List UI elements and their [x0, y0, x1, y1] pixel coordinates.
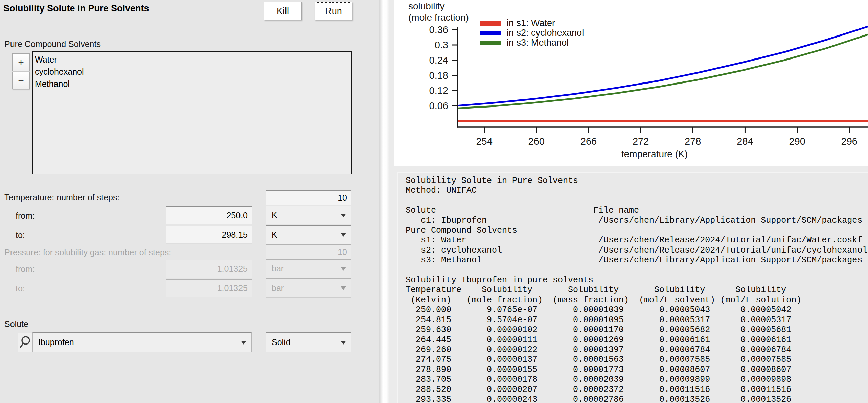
list-item[interactable]: Water [35, 53, 351, 66]
settings-panel: Solubility Solute in Pure Solvents Kill … [0, 0, 379, 403]
phase-value: Solid [272, 337, 291, 347]
temperature-to-label: to: [16, 226, 25, 244]
chevron-down-icon [341, 341, 346, 345]
pressure-from-unit-select: bar [266, 259, 351, 278]
output-text: Solubility Solute in Pure Solvents Metho… [397, 172, 868, 403]
temperature-to-input[interactable]: 298.15 [166, 226, 252, 244]
combo-separator [336, 281, 336, 295]
svg-text:266: 266 [580, 136, 597, 147]
combo-separator [336, 228, 336, 242]
temperature-steps-label: Temperature: number of steps: [4, 188, 119, 207]
svg-text:in s1: Water: in s1: Water [507, 18, 555, 28]
line-chart: 0.060.120.180.240.30.3625426026627227828… [394, 0, 868, 166]
svg-text:290: 290 [789, 136, 805, 147]
pressure-steps-input: 10 [266, 244, 351, 259]
page-title: Solubility Solute in Pure Solvents [3, 3, 149, 14]
pressure-to-unit-select: bar [266, 278, 351, 298]
solute-search-button[interactable] [18, 333, 32, 352]
list-item[interactable]: Methanol [35, 78, 351, 90]
combo-separator [236, 335, 236, 350]
pressure-from-input: 1.01325 [166, 260, 252, 278]
solute-value: Ibuprofen [38, 337, 74, 347]
svg-text:278: 278 [685, 136, 701, 147]
svg-text:0.24: 0.24 [429, 55, 448, 66]
unit-value: bar [272, 264, 284, 274]
svg-text:(mole fraction): (mole fraction) [408, 12, 469, 23]
remove-solvent-button[interactable]: − [12, 72, 30, 89]
search-icon [19, 335, 31, 350]
solute-phase-select[interactable]: Solid [266, 332, 351, 352]
unit-value: K [272, 230, 277, 240]
unit-value: K [272, 210, 277, 220]
svg-text:in s3: Methanol: in s3: Methanol [507, 38, 569, 48]
svg-text:in s2: cyclohexanol: in s2: cyclohexanol [507, 28, 584, 38]
svg-text:0.3: 0.3 [435, 40, 448, 50]
temperature-to-unit-select[interactable]: K [266, 225, 351, 244]
svg-text:0.06: 0.06 [429, 100, 448, 111]
combo-separator [336, 335, 336, 350]
solubility-chart: 0.060.120.180.240.30.3625426026627227828… [394, 0, 868, 166]
svg-text:260: 260 [528, 136, 545, 147]
pressure-to-label: to: [16, 279, 25, 298]
svg-text:284: 284 [737, 136, 753, 147]
solute-section-label: Solute [4, 319, 28, 329]
solvents-section-label: Pure Compound Solvents [4, 39, 101, 49]
output-console[interactable]: Solubility Solute in Pure Solvents Metho… [397, 172, 868, 403]
temperature-from-input[interactable]: 250.0 [166, 206, 252, 224]
list-item[interactable]: cyclohexanol [35, 66, 351, 78]
svg-text:296: 296 [841, 136, 858, 147]
app-window: Solubility Solute in Pure Solvents Kill … [0, 0, 868, 403]
pressure-from-label: from: [16, 260, 35, 279]
run-button[interactable]: Run [315, 2, 352, 20]
temperature-from-label: from: [16, 206, 35, 225]
add-solvent-button[interactable]: + [12, 53, 30, 71]
vertical-scrollbar[interactable] [379, 0, 389, 403]
pressure-steps-label: Pressure: for solubility gas: number of … [4, 243, 171, 262]
svg-text:solubility: solubility [408, 1, 444, 11]
pressure-to-input: 1.01325 [166, 279, 252, 297]
unit-value: bar [272, 283, 284, 293]
chevron-down-icon [341, 233, 346, 237]
svg-text:272: 272 [633, 136, 649, 147]
solvent-list[interactable]: Water cyclohexanol Methanol [32, 51, 352, 174]
solute-select[interactable]: Ibuprofen [32, 332, 252, 352]
chevron-down-icon [341, 214, 346, 217]
chevron-down-icon [241, 341, 246, 345]
svg-text:254: 254 [476, 136, 492, 147]
temperature-steps-input[interactable]: 10 [266, 190, 351, 205]
svg-text:temperature (K): temperature (K) [621, 149, 688, 159]
combo-separator [336, 208, 336, 222]
combo-separator [336, 262, 336, 276]
temperature-from-unit-select[interactable]: K [266, 206, 351, 224]
chevron-down-icon [341, 267, 346, 271]
svg-text:0.18: 0.18 [429, 70, 448, 81]
svg-text:0.12: 0.12 [429, 85, 448, 96]
kill-button[interactable]: Kill [264, 2, 302, 20]
svg-text:0.36: 0.36 [429, 24, 448, 35]
chevron-down-icon [341, 286, 346, 290]
